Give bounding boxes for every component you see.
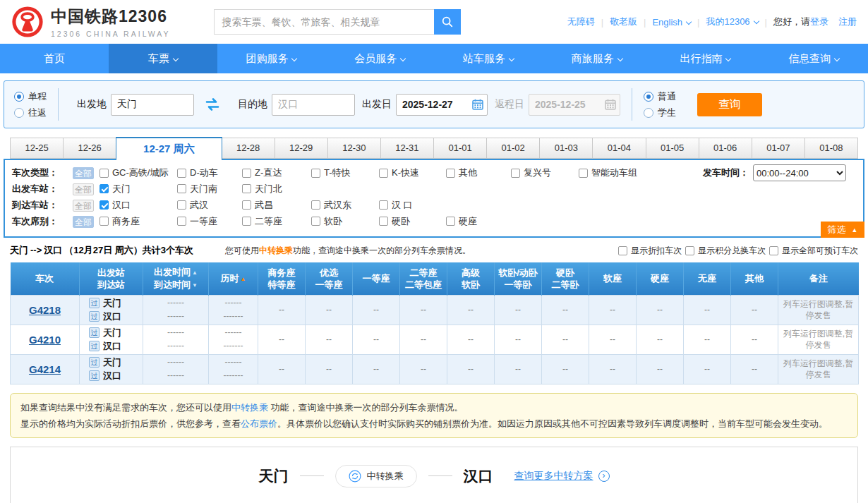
train-number-link[interactable]: G4214 (29, 363, 61, 375)
nav-item-6[interactable]: 出行指南 (651, 44, 760, 73)
filter-option-0-1[interactable]: D-动车 (177, 166, 242, 179)
date-tab-5[interactable]: 12-30 (327, 138, 381, 159)
transfer-pill-button[interactable]: 中转换乘 (335, 465, 417, 487)
filter-option-2-2[interactable]: 武昌 (242, 199, 311, 212)
filter-option-1-1[interactable]: 天门南 (177, 183, 242, 195)
passenger-type-option-0[interactable]: 普通 (644, 90, 676, 103)
filter-row-label: 出发车站： (12, 183, 73, 195)
filter-option-2-4[interactable]: 汉 口 (379, 199, 446, 212)
logo[interactable]: 中国铁路12306 12306 CHINA RAILWAY (11, 6, 170, 38)
filter-option-0-6[interactable]: 复兴号 (511, 166, 579, 179)
filter-option-2-1[interactable]: 武汉 (177, 199, 242, 212)
filter-option-0-4[interactable]: K-快速 (379, 166, 446, 179)
arrow-right-icon[interactable]: › (598, 471, 610, 482)
nav-item-4[interactable]: 站车服务 (434, 44, 543, 73)
search-input[interactable] (214, 9, 434, 35)
filter-option-1-0[interactable]: 天门 (100, 183, 177, 195)
transfer-link[interactable]: 中转换乘 (231, 402, 268, 413)
date-tab-7[interactable]: 01-01 (433, 138, 487, 159)
sort-arrow-icon: ▲ (192, 269, 198, 276)
display-checkbox-0[interactable]: 显示折扣车次 (618, 245, 682, 257)
nav-item-1[interactable]: 车票 (109, 44, 217, 73)
date-tab-12[interactable]: 01-06 (699, 138, 752, 159)
filter-option-0-5[interactable]: 其他 (446, 166, 511, 179)
all-badge[interactable]: 全部 (73, 167, 94, 179)
filter-option-3-1[interactable]: 一等座 (177, 215, 242, 228)
trip-type-group: 单程往返 (14, 90, 47, 119)
all-badge[interactable]: 全部 (73, 183, 94, 195)
top-link-0[interactable]: 无障碍 (567, 16, 595, 28)
register-link[interactable]: 注册 (838, 16, 857, 28)
top-link-2[interactable]: English (652, 17, 691, 28)
calendar-icon[interactable] (472, 99, 483, 110)
trip-type-option-0[interactable]: 单程 (14, 90, 47, 103)
trip-type-option-1[interactable]: 往返 (14, 107, 47, 119)
date-tab-9[interactable]: 01-03 (539, 138, 593, 159)
filter-toggle-button[interactable]: 筛选▲ (821, 222, 864, 238)
all-badge[interactable]: 全部 (73, 200, 94, 212)
date-tab-10[interactable]: 01-04 (592, 138, 646, 159)
nav-item-2[interactable]: 团购服务 (217, 44, 326, 73)
filter-row-label: 到达车站： (12, 199, 73, 212)
filter-option-0-7[interactable]: 智能动车组 (579, 166, 670, 179)
filter-option-3-5[interactable]: 硬座 (446, 215, 511, 228)
filter-option-3-2[interactable]: 二等座 (242, 215, 311, 228)
top-link-1[interactable]: 敬老版 (610, 16, 637, 28)
all-badge[interactable]: 全部 (73, 216, 94, 228)
to-station-input[interactable] (272, 94, 355, 116)
date-tab-11[interactable]: 01-05 (646, 138, 699, 159)
date-tab-13[interactable]: 01-07 (752, 138, 805, 159)
filter-option-label: 汉口 (112, 199, 131, 212)
nav-item-5[interactable]: 商旅服务 (543, 44, 651, 73)
transfer-feature-link[interactable]: 中转换乘 (259, 246, 293, 255)
filter-option-label: 武汉 (190, 199, 208, 212)
nav-item-3[interactable]: 会员服务 (325, 44, 434, 73)
filter-option-2-3[interactable]: 武汉东 (311, 199, 379, 212)
date-tab-14[interactable]: 01-08 (804, 138, 858, 159)
train-number-link[interactable]: G4218 (29, 304, 61, 316)
display-checkbox-2[interactable]: 显示全部可预订车次 (769, 245, 858, 257)
date-tab-2[interactable]: 12-27 周六 (116, 137, 222, 160)
chevron-up-icon: ▲ (852, 226, 858, 234)
filter-option-label: D-动车 (190, 166, 218, 179)
from-station-input[interactable] (111, 94, 194, 116)
filter-option-3-3[interactable]: 软卧 (311, 215, 379, 228)
pass-station-badge: 过 (89, 311, 100, 322)
search-button[interactable] (434, 9, 461, 35)
checkbox-icon (100, 184, 109, 193)
filter-button-label: 筛选 (828, 224, 846, 236)
date-tab-3[interactable]: 12-28 (222, 138, 275, 159)
date-tab-8[interactable]: 01-02 (486, 138, 540, 159)
filter-row-label: 车次类型： (12, 166, 73, 179)
date-tab-1[interactable]: 12-26 (63, 138, 116, 159)
date-tab-6[interactable]: 12-31 (380, 138, 434, 159)
date-tab-4[interactable]: 12-29 (275, 138, 328, 159)
nav-item-7[interactable]: 信息查询 (759, 44, 868, 73)
filter-option-2-0[interactable]: 汉口 (100, 199, 177, 212)
column-header-2[interactable]: 出发时间▲到达时间▼ (143, 262, 209, 295)
checkbox-icon (100, 169, 109, 178)
login-link[interactable]: 登录 (810, 16, 828, 27)
filter-option-1-2[interactable]: 天门北 (242, 183, 311, 195)
display-checkbox-1[interactable]: 显示积分兑换车次 (685, 245, 766, 257)
checkbox-icon (177, 200, 186, 210)
published-price-link[interactable]: 公布票价 (241, 418, 277, 429)
swap-stations-button[interactable] (204, 97, 221, 111)
depart-time-select[interactable]: 00:00--24:00 (753, 164, 846, 181)
nav-item-0[interactable]: 首页 (0, 44, 109, 73)
filter-option-0-0[interactable]: GC-高铁/城际 (100, 166, 177, 179)
query-button[interactable]: 查询 (697, 93, 762, 116)
column-header-3[interactable]: 历时▲ (209, 262, 258, 295)
filter-option-3-0[interactable]: 商务座 (100, 215, 177, 228)
filter-option-0-2[interactable]: Z-直达 (242, 166, 311, 179)
train-number-link[interactable]: G4210 (29, 334, 61, 346)
top-link-3[interactable]: 我的12306 (706, 16, 758, 28)
filter-option-3-4[interactable]: 硬卧 (379, 215, 446, 228)
column-header-9: 软卧/动卧一等卧 (495, 262, 542, 295)
filter-option-0-3[interactable]: T-特快 (311, 166, 379, 179)
depart-time-label: 发车时间： (703, 166, 749, 179)
more-transfer-link[interactable]: 查询更多中转方案 (514, 470, 593, 483)
passenger-type-option-1[interactable]: 学生 (644, 107, 676, 119)
notice2-suffix: 。具体票价以您确认支付时实际购买的铺别票价为准。如因运力原因或其他不可控因素导致… (277, 418, 828, 429)
date-tab-0[interactable]: 12-25 (10, 138, 64, 159)
